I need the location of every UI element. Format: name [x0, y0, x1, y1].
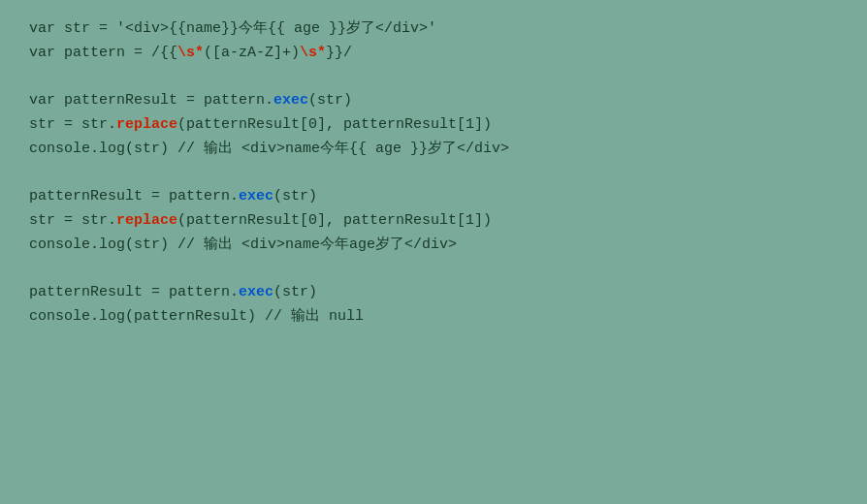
code-text: console.log(str) // 输出 <div>name今年age岁了<… — [29, 236, 457, 253]
code-line-empty-3 — [29, 258, 838, 282]
code-line-6: console.log(str) // 输出 <div>name今年{{ age… — [29, 138, 838, 162]
code-text: str = str.replace(patternResult[0], patt… — [29, 116, 492, 133]
code-line-1: var str = '<div>{{name}}今年{{ age }}岁了</d… — [29, 17, 838, 42]
code-line-8: patternResult = pattern.exec(str) — [29, 185, 838, 209]
code-text: str = str.replace(patternResult[0], patt… — [29, 212, 492, 229]
code-line-12: patternResult = pattern.exec(str) — [29, 281, 838, 305]
code-line-5: str = str.replace(patternResult[0], patt… — [29, 113, 838, 138]
code-text: console.log(str) // 输出 <div>name今年{{ age… — [29, 141, 509, 157]
code-text: console.log(patternResult) // 输出 null — [29, 308, 364, 325]
code-line-10: console.log(str) // 输出 <div>name今年age岁了<… — [29, 234, 838, 258]
code-line-4: var patternResult = pattern.exec(str) — [29, 89, 838, 113]
code-line-13: console.log(patternResult) // 输出 null — [29, 305, 838, 330]
exec-keyword-1: exec — [273, 92, 308, 109]
exec-keyword-2: exec — [239, 188, 273, 205]
code-text: patternResult = pattern.exec(str) — [29, 284, 317, 300]
code-container: var str = '<div>{{name}}今年{{ age }}岁了</d… — [0, 0, 867, 504]
exec-keyword-3: exec — [239, 284, 273, 300]
code-text: var patternResult = pattern.exec(str) — [29, 92, 352, 109]
replace-keyword-1: replace — [116, 116, 177, 133]
replace-keyword-2: replace — [116, 212, 177, 229]
code-text: var pattern = /{{\s*([a-zA-Z]+)\s*}}/ — [29, 45, 352, 61]
code-text: var str = '<div>{{name}}今年{{ age }}岁了</d… — [29, 20, 436, 37]
code-text: patternResult = pattern.exec(str) — [29, 188, 317, 205]
code-line-empty-2 — [29, 162, 838, 186]
code-line-9: str = str.replace(patternResult[0], patt… — [29, 209, 838, 234]
code-line-empty-1 — [29, 66, 838, 90]
regex-red-2: \s* — [300, 45, 326, 61]
regex-red-1: \s* — [177, 45, 204, 61]
code-line-2: var pattern = /{{\s*([a-zA-Z]+)\s*}}/ — [29, 42, 838, 66]
